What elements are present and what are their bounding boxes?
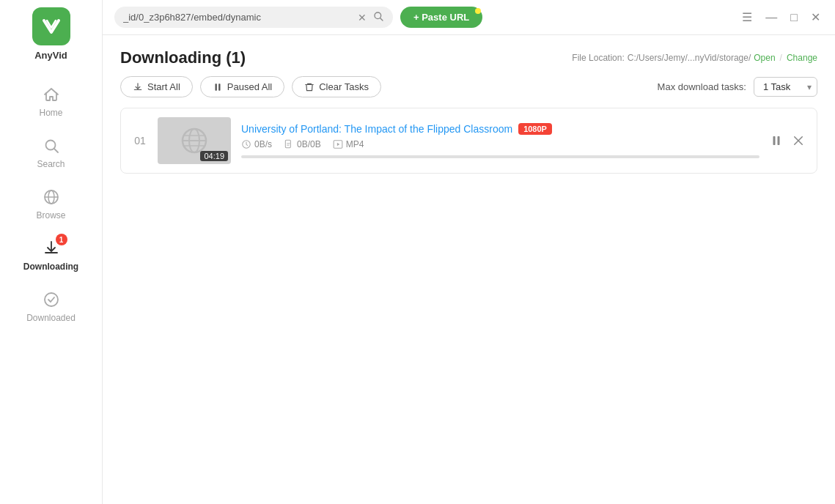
- sidebar: AnyVid Home Search Browse: [0, 0, 103, 504]
- max-tasks-label: Max download tasks:: [658, 81, 746, 92]
- logo-area: AnyVid: [32, 7, 70, 61]
- item-info: University of Portland: The Impact of th…: [241, 123, 759, 158]
- change-link[interactable]: Change: [787, 53, 817, 63]
- downloading-badge: 1: [56, 234, 67, 245]
- duration-badge: 04:19: [200, 151, 228, 161]
- svg-point-5: [45, 293, 58, 306]
- sidebar-item-downloading[interactable]: 1 Downloading: [0, 229, 102, 281]
- sidebar-label-downloaded: Downloaded: [26, 313, 76, 323]
- item-actions: [770, 134, 805, 147]
- sidebar-label-home: Home: [39, 108, 62, 118]
- titlebar: _id/0_z3p6h827/embed/dynamic ✕ + Paste U…: [103, 0, 835, 35]
- svg-marker-18: [337, 143, 340, 147]
- svg-rect-9: [218, 84, 220, 90]
- start-all-label: Start All: [147, 81, 180, 92]
- max-tasks-area: Max download tasks: 1 Task 2 Tasks 3 Tas…: [658, 77, 817, 97]
- open-link[interactable]: Open: [754, 53, 775, 63]
- sidebar-label-search: Search: [37, 159, 65, 169]
- url-bar: _id/0_z3p6h827/embed/dynamic ✕: [114, 7, 393, 28]
- toolbar-left: Start All Paused All Clear Tasks: [120, 76, 381, 97]
- sidebar-item-downloaded[interactable]: Downloaded: [0, 281, 102, 332]
- page-header: Downloading (1) File Location: C:/Users/…: [103, 35, 835, 76]
- page-title: Downloading (1): [120, 48, 246, 67]
- download-list: 01 04:19 University of Portland: The Imp…: [103, 108, 835, 174]
- search-nav-icon: [41, 136, 62, 156]
- progress-bar: [241, 155, 759, 158]
- item-thumbnail: 04:19: [158, 117, 231, 164]
- main-content: _id/0_z3p6h827/embed/dynamic ✕ + Paste U…: [103, 0, 835, 504]
- file-location-label: File Location:: [572, 53, 624, 63]
- meta-speed: 0B/s: [241, 139, 272, 149]
- paste-url-label: + Paste URL: [413, 12, 469, 23]
- svg-line-1: [54, 149, 58, 152]
- clear-tasks-label: Clear Tasks: [319, 81, 369, 92]
- clear-tasks-icon: [304, 82, 314, 92]
- sidebar-label-downloading: Downloading: [23, 262, 78, 272]
- separator: /: [780, 53, 782, 63]
- format-icon: [333, 139, 343, 149]
- size-value: 0B/0B: [297, 139, 321, 149]
- url-search-icon: [372, 10, 384, 24]
- svg-rect-20: [778, 136, 780, 145]
- window-controls: ☰ — □ ✕: [739, 9, 823, 26]
- item-meta: 0B/s 0B/0B MP4: [241, 139, 759, 149]
- toolbar: Start All Paused All Clear Tasks Max dow…: [103, 76, 835, 108]
- format-value: MP4: [346, 139, 364, 149]
- url-text: _id/0_z3p6h827/embed/dynamic: [123, 12, 352, 23]
- pause-button[interactable]: [770, 134, 783, 147]
- pause-icon: [770, 134, 783, 147]
- pause-all-icon: [213, 82, 223, 92]
- speed-value: 0B/s: [254, 139, 272, 149]
- browse-icon: [41, 187, 62, 207]
- downloaded-icon: [41, 289, 62, 310]
- file-location-path: C:/Users/Jemy/...nyVid/storage/: [628, 53, 751, 63]
- url-close-button[interactable]: ✕: [358, 12, 367, 23]
- file-location: File Location: C:/Users/Jemy/...nyVid/st…: [572, 53, 817, 63]
- app-name: AnyVid: [34, 50, 67, 61]
- quality-badge: 1080P: [518, 123, 552, 135]
- start-all-icon: [133, 82, 143, 92]
- svg-rect-19: [773, 136, 776, 145]
- menu-button[interactable]: ☰: [739, 9, 755, 26]
- svg-rect-16: [285, 140, 290, 148]
- clear-tasks-button[interactable]: Clear Tasks: [292, 76, 381, 97]
- item-number: 01: [133, 135, 147, 147]
- item-title-row: University of Portland: The Impact of th…: [241, 123, 759, 135]
- task-select-wrap: 1 Task 2 Tasks 3 Tasks 4 Tasks: [754, 77, 817, 97]
- minimize-button[interactable]: —: [762, 10, 780, 26]
- sidebar-item-search[interactable]: Search: [0, 127, 102, 178]
- maximize-button[interactable]: □: [787, 10, 801, 26]
- close-icon: [792, 134, 805, 147]
- size-icon: [284, 139, 294, 149]
- home-icon: [41, 84, 62, 105]
- close-button[interactable]: ✕: [808, 9, 823, 26]
- start-all-button[interactable]: Start All: [120, 76, 193, 97]
- sidebar-item-home[interactable]: Home: [0, 75, 102, 127]
- paste-url-dot: [475, 8, 481, 14]
- speed-icon: [241, 139, 251, 149]
- sidebar-item-browse[interactable]: Browse: [0, 178, 102, 229]
- meta-size: 0B/0B: [284, 139, 321, 149]
- item-title: University of Portland: The Impact of th…: [241, 123, 512, 135]
- app-logo-icon: [32, 7, 70, 45]
- paste-url-button[interactable]: + Paste URL: [400, 7, 482, 28]
- download-item: 01 04:19 University of Portland: The Imp…: [120, 108, 817, 174]
- task-select[interactable]: 1 Task 2 Tasks 3 Tasks 4 Tasks: [754, 77, 817, 97]
- remove-button[interactable]: [792, 134, 805, 147]
- paused-all-label: Paused All: [227, 81, 272, 92]
- downloading-icon: 1: [41, 238, 62, 259]
- svg-rect-8: [215, 84, 216, 90]
- sidebar-label-browse: Browse: [36, 210, 65, 220]
- svg-line-7: [380, 18, 383, 21]
- meta-format: MP4: [333, 139, 364, 149]
- paused-all-button[interactable]: Paused All: [200, 76, 284, 97]
